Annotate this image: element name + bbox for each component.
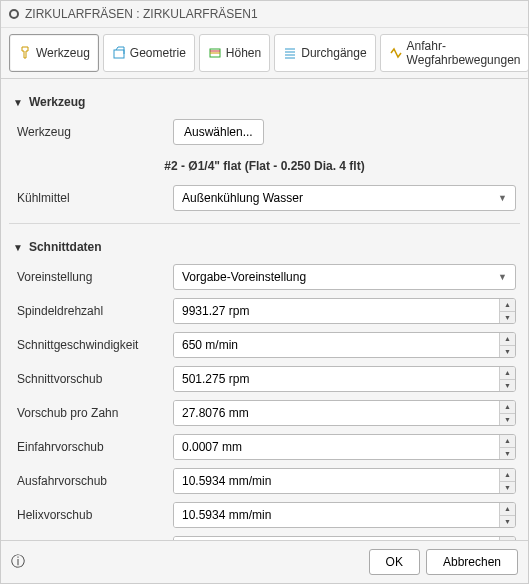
- feed-per-tooth-input[interactable]: ▲▼: [173, 400, 516, 426]
- tab-passes-label: Durchgänge: [301, 46, 366, 60]
- divider: [9, 223, 520, 224]
- dialog-footer: ⓘ OK Abbrechen: [1, 540, 528, 583]
- spinner-up-icon[interactable]: ▲: [500, 299, 515, 312]
- ok-button[interactable]: OK: [369, 549, 420, 575]
- linking-icon: [389, 46, 403, 60]
- spindle-speed-field[interactable]: [174, 299, 499, 323]
- tab-bar: Werkzeug Geometrie Höhen Durchgänge Anfa…: [1, 28, 528, 79]
- spinner-up-icon[interactable]: ▲: [500, 469, 515, 482]
- lead-out-feed-row: Ausfahrvorschub ▲▼: [13, 464, 516, 498]
- spindle-speed-row: Spindeldrehzahl ▲▼: [13, 294, 516, 328]
- section-tool-header[interactable]: ▼ Werkzeug: [13, 87, 516, 115]
- tab-passes[interactable]: Durchgänge: [274, 34, 375, 72]
- lead-in-feed-row: Einfahrvorschub ▲▼: [13, 430, 516, 464]
- tab-geometry[interactable]: Geometrie: [103, 34, 195, 72]
- cancel-button[interactable]: Abbrechen: [426, 549, 518, 575]
- info-icon[interactable]: ⓘ: [11, 553, 25, 571]
- coolant-row: Kühlmittel Außenkühlung Wasser ▼: [13, 181, 516, 215]
- coolant-label: Kühlmittel: [13, 191, 173, 205]
- tab-tool[interactable]: Werkzeug: [9, 34, 99, 72]
- coolant-select[interactable]: Außenkühlung Wasser ▼: [173, 185, 516, 211]
- feed-per-tooth-row: Vorschub pro Zahn ▲▼: [13, 396, 516, 430]
- spindle-speed-label: Spindeldrehzahl: [13, 304, 173, 318]
- spinner-up-icon[interactable]: ▲: [500, 435, 515, 448]
- plunge-feed-row: Eintauchvorschub ▲▼: [13, 532, 516, 540]
- dialog-header: ZIRKULARFRÄSEN : ZIRKULARFRÄSEN1: [1, 1, 528, 28]
- tab-linking[interactable]: Anfahr-Wegfahrbewegungen: [380, 34, 529, 72]
- operation-icon: [9, 9, 19, 19]
- lead-in-feed-input[interactable]: ▲▼: [173, 434, 516, 460]
- chevron-down-icon: ▼: [498, 193, 507, 203]
- spinner-down-icon[interactable]: ▼: [500, 482, 515, 494]
- preset-label: Voreinstellung: [13, 270, 173, 284]
- spinner-up-icon[interactable]: ▲: [500, 367, 515, 380]
- cutting-feed-field[interactable]: [174, 367, 499, 391]
- preset-value: Vorgabe-Voreinstellung: [182, 270, 306, 284]
- chevron-down-icon: ▼: [13, 242, 23, 253]
- content-area: ▼ Werkzeug Werkzeug Auswählen... #2 - Ø1…: [1, 79, 528, 540]
- spinner-down-icon[interactable]: ▼: [500, 516, 515, 528]
- chevron-down-icon: ▼: [13, 97, 23, 108]
- coolant-value: Außenkühlung Wasser: [182, 191, 303, 205]
- helix-feed-field[interactable]: [174, 503, 499, 527]
- helix-feed-row: Helixvorschub ▲▼: [13, 498, 516, 532]
- lead-in-feed-label: Einfahrvorschub: [13, 440, 173, 454]
- svg-rect-0: [114, 50, 124, 58]
- surface-speed-label: Schnittgeschwindigkeit: [13, 338, 173, 352]
- tool-icon: [18, 46, 32, 60]
- geometry-icon: [112, 46, 126, 60]
- lead-out-feed-field[interactable]: [174, 469, 499, 493]
- tab-linking-label: Anfahr-Wegfahrbewegungen: [407, 39, 521, 67]
- heights-icon: [208, 46, 222, 60]
- section-cutting-header[interactable]: ▼ Schnittdaten: [13, 232, 516, 260]
- tool-label: Werkzeug: [13, 125, 173, 139]
- preset-row: Voreinstellung Vorgabe-Voreinstellung ▼: [13, 260, 516, 294]
- helix-feed-label: Helixvorschub: [13, 508, 173, 522]
- feed-per-tooth-field[interactable]: [174, 401, 499, 425]
- spinner-up-icon[interactable]: ▲: [500, 401, 515, 414]
- spinner-down-icon[interactable]: ▼: [500, 448, 515, 460]
- section-cutting-title: Schnittdaten: [29, 240, 102, 254]
- surface-speed-field[interactable]: [174, 333, 499, 357]
- spinner-up-icon[interactable]: ▲: [500, 333, 515, 346]
- tab-tool-label: Werkzeug: [36, 46, 90, 60]
- tab-geometry-label: Geometrie: [130, 46, 186, 60]
- spindle-speed-input[interactable]: ▲▼: [173, 298, 516, 324]
- preset-select[interactable]: Vorgabe-Voreinstellung ▼: [173, 264, 516, 290]
- tab-heights-label: Höhen: [226, 46, 261, 60]
- dialog-title: ZIRKULARFRÄSEN : ZIRKULARFRÄSEN1: [25, 7, 258, 21]
- lead-out-feed-input[interactable]: ▲▼: [173, 468, 516, 494]
- tab-heights[interactable]: Höhen: [199, 34, 270, 72]
- tool-row: Werkzeug Auswählen...: [13, 115, 516, 149]
- tool-select-button[interactable]: Auswählen...: [173, 119, 264, 145]
- lead-in-feed-field[interactable]: [174, 435, 499, 459]
- helix-feed-input[interactable]: ▲▼: [173, 502, 516, 528]
- spinner-down-icon[interactable]: ▼: [500, 346, 515, 358]
- lead-out-feed-label: Ausfahrvorschub: [13, 474, 173, 488]
- surface-speed-row: Schnittgeschwindigkeit ▲▼: [13, 328, 516, 362]
- surface-speed-input[interactable]: ▲▼: [173, 332, 516, 358]
- spinner-down-icon[interactable]: ▼: [500, 312, 515, 324]
- tool-description: #2 - Ø1/4" flat (Flat - 0.250 Dia. 4 flt…: [13, 149, 516, 181]
- chevron-down-icon: ▼: [498, 272, 507, 282]
- spinner-up-icon[interactable]: ▲: [500, 503, 515, 516]
- cutting-feed-label: Schnittvorschub: [13, 372, 173, 386]
- spinner-down-icon[interactable]: ▼: [500, 380, 515, 392]
- spinner-down-icon[interactable]: ▼: [500, 414, 515, 426]
- passes-icon: [283, 46, 297, 60]
- cutting-feed-input[interactable]: ▲▼: [173, 366, 516, 392]
- cutting-feed-row: Schnittvorschub ▲▼: [13, 362, 516, 396]
- section-tool-title: Werkzeug: [29, 95, 85, 109]
- feed-per-tooth-label: Vorschub pro Zahn: [13, 406, 173, 420]
